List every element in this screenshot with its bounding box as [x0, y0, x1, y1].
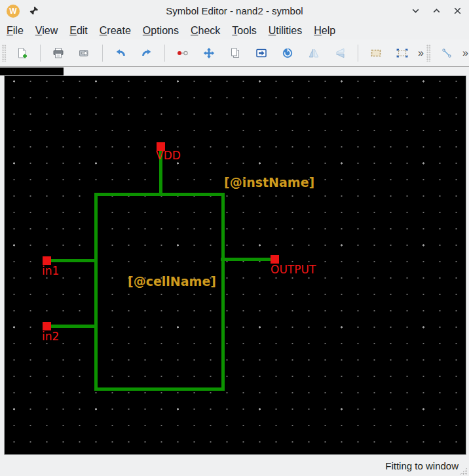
toolbar-overflow-chevron[interactable]: »	[415, 47, 426, 59]
menu-edit[interactable]: Edit	[64, 24, 94, 38]
flip-vertical-icon[interactable]	[330, 43, 350, 63]
symbol-body-box[interactable]	[94, 193, 225, 391]
tab-strip	[0, 67, 469, 75]
toolbar-separator	[164, 45, 165, 62]
wire-output[interactable]	[221, 258, 274, 261]
title-bar: W Symbol Editor - nand2 - symbol	[0, 0, 469, 22]
menu-help[interactable]: Help	[308, 24, 341, 38]
maximize-button[interactable]	[432, 6, 441, 16]
move-icon[interactable]	[199, 43, 219, 63]
close-button[interactable]	[453, 6, 462, 16]
toolbar-grip[interactable]	[2, 45, 7, 62]
rotate-icon[interactable]	[278, 43, 297, 63]
menu-tools[interactable]: Tools	[226, 24, 262, 38]
menu-check[interactable]: Check	[185, 24, 226, 38]
status-text: Fitting to window	[385, 460, 459, 471]
draw-line-icon[interactable]	[437, 43, 457, 63]
pin-label-in1: in1	[42, 266, 59, 277]
resize-grip[interactable]	[460, 467, 467, 475]
window-controls	[411, 6, 462, 16]
print-icon[interactable]	[48, 43, 68, 63]
schematic-canvas[interactable]: VDD in1 in2 OUTPUT [@instName] [@cellNam…	[5, 76, 466, 454]
net-icon[interactable]	[173, 43, 193, 63]
toolbar: » »	[0, 39, 469, 67]
menu-utilities[interactable]: Utilities	[263, 24, 309, 38]
zoom-to-selection-icon[interactable]	[392, 43, 412, 63]
canvas-tab[interactable]	[0, 68, 64, 75]
pin-label-in2: in2	[42, 331, 59, 342]
pin-label-output: OUTPUT	[271, 264, 316, 275]
toolbar-grip[interactable]	[426, 45, 431, 62]
window-title: Symbol Editor - nand2 - symbol	[0, 5, 469, 16]
toolbar-separator	[102, 45, 103, 62]
toolbar-separator	[358, 45, 358, 62]
undo-icon[interactable]	[111, 43, 130, 63]
menu-file[interactable]: File	[1, 24, 29, 38]
toolbar-separator	[40, 45, 41, 62]
menu-view[interactable]: View	[29, 24, 64, 38]
wire-in1[interactable]	[47, 259, 98, 262]
instname-text: [@instName]	[224, 176, 314, 189]
minimize-button[interactable]	[411, 6, 421, 16]
new-file-icon[interactable]	[12, 43, 32, 63]
menu-create[interactable]: Create	[94, 24, 137, 38]
export-image-icon[interactable]	[75, 43, 94, 63]
canvas-frame: VDD in1 in2 OUTPUT [@instName] [@cellNam…	[4, 75, 466, 455]
paste-icon[interactable]	[252, 43, 271, 63]
app-logo-icon: W	[7, 5, 20, 18]
redo-icon[interactable]	[137, 43, 157, 63]
wire-in2[interactable]	[47, 325, 98, 328]
flip-horizontal-icon[interactable]	[304, 43, 324, 63]
cellname-text: [@cellName]	[128, 275, 216, 288]
toolbar-overflow-chevron[interactable]: »	[460, 47, 469, 59]
selection-box-icon[interactable]	[366, 43, 386, 63]
menu-bar: File View Edit Create Options Check Tool…	[0, 22, 469, 39]
status-bar: Fitting to window	[0, 455, 469, 476]
menu-options[interactable]: Options	[137, 24, 185, 38]
copy-icon[interactable]	[225, 43, 245, 63]
pin-label-vdd: VDD	[156, 150, 181, 161]
pushpin-icon[interactable]	[29, 6, 39, 16]
